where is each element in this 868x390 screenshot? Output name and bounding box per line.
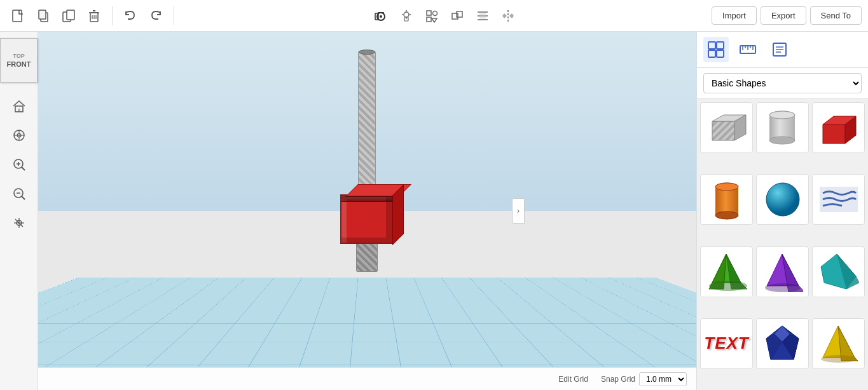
svg-rect-13 (378, 12, 384, 13)
send-to-button[interactable]: Send To (810, 6, 862, 25)
top-toolbar: Import Export Send To (0, 0, 868, 32)
shape-gem-blue[interactable] (756, 318, 809, 369)
collapse-panel-button[interactable]: › (512, 198, 525, 224)
shape-pyramid-green[interactable] (700, 246, 753, 297)
orientation-button[interactable] (7, 211, 31, 235)
shape-sphere-teal[interactable] (756, 174, 809, 225)
svg-rect-35 (18, 109, 20, 112)
fit-view-button[interactable] (7, 123, 31, 147)
svg-rect-0 (13, 10, 22, 22)
svg-point-85 (765, 283, 801, 292)
shape-box-red[interactable] (812, 102, 865, 153)
svg-point-15 (404, 12, 409, 17)
svg-point-82 (709, 281, 747, 291)
svg-rect-30 (479, 13, 486, 18)
shape-cylinder-gray[interactable] (756, 102, 809, 153)
align-button[interactable] (471, 4, 494, 27)
edit-grid-label: Edit Grid (558, 375, 588, 384)
cube-front-label: FRONT (7, 60, 31, 68)
svg-rect-24 (427, 17, 431, 22)
shape-category-select[interactable]: Basic Shapes Letters Numbers Symbols Con… (703, 73, 862, 93)
toolbar-actions: Import Export Send To (712, 6, 862, 25)
svg-rect-51 (717, 50, 724, 57)
svg-point-70 (769, 111, 795, 119)
viewport[interactable]: › Edit Grid Snap Grid 1.0 mm 0.5 mm 2.0 … (38, 32, 696, 390)
shape-category: Basic Shapes Letters Numbers Symbols Con… (697, 68, 868, 99)
import-button[interactable]: Import (712, 6, 757, 25)
light-button[interactable] (395, 4, 418, 27)
svg-point-93 (821, 355, 857, 363)
cube-top-label: TOP (13, 53, 24, 59)
edit-grid-control: Edit Grid (558, 375, 588, 384)
ruler-tab-button[interactable] (735, 37, 761, 62)
zoom-out-button[interactable] (7, 182, 31, 206)
shape-box-diagonal[interactable] (700, 102, 753, 153)
svg-rect-48 (708, 42, 715, 49)
svg-rect-49 (717, 42, 724, 49)
camera-mode-button[interactable] (369, 4, 392, 27)
new-button[interactable] (6, 4, 29, 27)
svg-line-46 (22, 196, 25, 199)
svg-marker-23 (432, 18, 437, 22)
view-cube[interactable]: TOP FRONT (0, 38, 38, 83)
grid-tab-button[interactable] (703, 37, 729, 62)
shape-text-blue[interactable] (812, 174, 865, 225)
red-cube-object (340, 194, 394, 244)
separator-2 (174, 6, 174, 25)
right-panel: Basic Shapes Letters Numbers Symbols Con… (696, 32, 868, 390)
group-button[interactable] (446, 4, 469, 27)
svg-point-69 (769, 137, 795, 144)
history-group (119, 4, 167, 27)
svg-rect-50 (708, 50, 715, 57)
mirror-button[interactable] (497, 4, 520, 27)
zoom-in-button[interactable] (7, 152, 31, 177)
shapes-mode-button[interactable] (420, 4, 443, 27)
left-sidebar: TOP FRONT (0, 32, 38, 390)
shape-cylinder-orange[interactable] (700, 174, 753, 225)
copy-button[interactable] (32, 4, 55, 27)
svg-line-43 (22, 167, 25, 170)
main-content: TOP FRONT (0, 32, 868, 390)
home-view-button[interactable] (7, 94, 31, 118)
rod-top-cap (359, 50, 375, 55)
svg-marker-33 (509, 13, 514, 18)
svg-rect-21 (427, 11, 431, 15)
svg-marker-64 (712, 121, 734, 140)
shape-teal-angular[interactable] (812, 246, 865, 297)
file-actions-group (6, 4, 106, 27)
svg-point-22 (432, 11, 437, 15)
svg-marker-71 (823, 124, 845, 144)
svg-point-78 (766, 183, 799, 216)
delete-button[interactable] (83, 4, 106, 27)
shapes-grid: TEXT (697, 99, 868, 390)
export-button[interactable]: Export (761, 6, 806, 25)
svg-rect-4 (67, 10, 74, 20)
svg-point-76 (715, 212, 738, 219)
separator-1 (112, 6, 113, 25)
undo-button[interactable] (119, 4, 142, 27)
svg-rect-2 (39, 10, 46, 19)
snap-grid-control: Snap Grid 1.0 mm 0.5 mm 2.0 mm 5.0 mm (601, 372, 687, 386)
svg-point-12 (380, 15, 382, 18)
redo-button[interactable] (144, 4, 167, 27)
snap-grid-select[interactable]: 1.0 mm 0.5 mm 2.0 mm 5.0 mm (639, 372, 687, 386)
svg-rect-75 (715, 187, 738, 215)
shape-pyramid-purple[interactable] (756, 246, 809, 297)
panel-tabs (697, 32, 868, 68)
notes-tab-button[interactable] (767, 37, 792, 62)
svg-marker-32 (502, 13, 507, 18)
center-toolbar (181, 4, 708, 27)
status-bar: Edit Grid Snap Grid 1.0 mm 0.5 mm 2.0 mm… (38, 367, 696, 390)
shape-text-red[interactable]: TEXT (700, 318, 753, 369)
svg-point-77 (715, 183, 738, 191)
shape-pyramid-yellow[interactable] (812, 318, 865, 369)
text-shape-label: TEXT (704, 333, 748, 353)
snap-grid-label: Snap Grid (601, 375, 635, 384)
duplicate-button[interactable] (57, 4, 80, 27)
